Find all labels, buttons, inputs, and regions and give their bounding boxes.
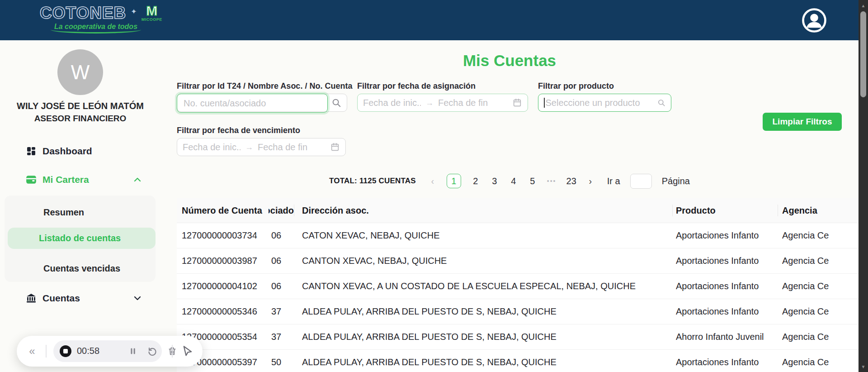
vertical-scrollbar[interactable]: ▲ ▼ [859, 0, 868, 372]
goto-page-input[interactable] [630, 174, 652, 189]
bank-icon [25, 292, 38, 305]
sidebar-item-resumen[interactable]: Resumen [12, 202, 160, 223]
cell-agency: Agencia Ce [778, 256, 845, 266]
user-account-icon[interactable] [802, 8, 827, 33]
sidebar-item-label: Mi Cartera [42, 174, 89, 185]
logo-title: COTONEB [40, 4, 126, 23]
screen-recorder-widget: « 00:58 [17, 336, 203, 367]
cell-address: ALDEA PULAY, ARRIBA DEL PUESTO DE S, NEB… [294, 357, 672, 367]
assign-date-start-placeholder[interactable]: Fecha de inic... [363, 98, 421, 108]
scroll-up-arrow-icon[interactable]: ▲ [859, 2, 868, 9]
due-date-start-placeholder[interactable]: Fecha de inic... [183, 142, 241, 153]
search-input[interactable] [177, 98, 327, 109]
cell-product: Aportaciones Infanto [673, 357, 778, 367]
chevron-up-icon [133, 175, 142, 184]
next-page-icon[interactable]: › [586, 176, 594, 186]
cell-product: Aportaciones Infanto [673, 281, 778, 291]
sidebar-item-cuentas[interactable]: Cuentas [0, 289, 160, 307]
pause-recording-icon[interactable] [127, 345, 139, 357]
page-number-3[interactable]: 3 [490, 176, 499, 186]
pagination-ellipsis[interactable]: ••• [547, 177, 557, 185]
cell-account: 127000000003987 [177, 256, 269, 266]
page-number-5[interactable]: 5 [528, 176, 537, 186]
cell-associate: 06 [269, 230, 294, 241]
avatar: W [57, 49, 103, 95]
calendar-icon [330, 142, 340, 152]
cell-agency: Agencia Ce [778, 306, 845, 317]
user-role: ASESOR FINANCIERO [0, 114, 160, 124]
cell-agency: Agencia Ce [778, 230, 845, 241]
date-range-arrow-icon: → [425, 98, 434, 108]
cell-agency: Agencia Ce [778, 332, 845, 342]
page-number-2[interactable]: 2 [471, 176, 480, 186]
chevron-down-icon [133, 294, 142, 303]
page-number-23[interactable]: 23 [566, 176, 576, 186]
pagination-bar: TOTAL: 1125 CUENTAS ‹ 1 2 3 4 5 ••• 23 ›… [160, 173, 859, 189]
calendar-icon [512, 98, 522, 108]
product-filter-label: Filtrar por producto [538, 81, 614, 91]
restart-recording-icon[interactable] [146, 345, 158, 357]
account-search-field[interactable] [177, 94, 347, 112]
search-icon[interactable] [331, 98, 341, 108]
clear-filters-button[interactable]: Limpiar Filtros [763, 113, 842, 131]
table-row[interactable]: 127000000005346 37 ALDEA PULAY, ARRIBA D… [177, 299, 859, 324]
column-header-numero-de-cuenta[interactable]: Número de Cuenta [177, 205, 269, 216]
sidebar-item-label: Cuentas [42, 293, 80, 304]
due-date-range-picker[interactable]: Fecha de inic... → Fecha de fin [177, 138, 346, 156]
column-header-agencia[interactable]: Agencia [778, 205, 845, 216]
page-title: Mis Cuentas [160, 52, 859, 70]
total-count-label: TOTAL: 1125 CUENTAS [329, 176, 416, 186]
sidebar-item-listado-de-cuentas[interactable]: Listado de cuentas [8, 228, 156, 249]
cell-address: ALDEA PULAY, ARRIBA DEL PUESTO DE S, NEB… [294, 306, 672, 317]
cell-address: CANTON XEVAC, A UN COSTADO DE LA ESCUELA… [294, 281, 672, 291]
assign-date-end-placeholder[interactable]: Fecha de fin [438, 98, 488, 108]
sidebar-item-mi-cartera[interactable]: Mi Cartera [0, 171, 160, 189]
sidebar-item-cuentas-vencidas[interactable]: Cuentas vencidas [12, 258, 160, 279]
table-row[interactable]: 127000000005397 50 ALDEA PULAY, ARRIBA D… [177, 350, 859, 372]
cell-associate: 06 [269, 256, 294, 266]
table-row[interactable]: 127000000005354 37 ALDEA PULAY, ARRIBA D… [177, 324, 859, 350]
assign-date-range-picker[interactable]: Fecha de inic... → Fecha de fin [357, 94, 528, 112]
due-date-filter-label: Filtrar por fecha de vencimiento [177, 126, 300, 135]
stop-recording-button[interactable] [60, 345, 71, 357]
cotoneb-logo: COTONEB ✦ M MICOOPE La cooperativa de to… [40, 4, 162, 33]
prev-page-icon[interactable]: ‹ [429, 176, 437, 186]
cell-associate: 50 [269, 357, 294, 367]
page-number-1[interactable]: 1 [447, 174, 461, 188]
logo-swirl-icon: ✦ [131, 7, 137, 16]
vertical-scrollbar-thumb[interactable] [860, 11, 866, 97]
assign-date-filter-label: Filtrar por fecha de asignación [357, 81, 476, 91]
table-row[interactable]: 127000000004102 06 CANTON XEVAC, A UN CO… [177, 274, 859, 299]
mi-cartera-submenu: Resumen Listado de cuentas Cuentas venci… [5, 196, 156, 282]
recording-timer: 00:58 [77, 346, 99, 356]
scroll-down-arrow-icon[interactable]: ▼ [859, 363, 868, 370]
wallet-icon [25, 173, 38, 186]
cell-product: Aportaciones Infanto [673, 306, 778, 317]
cell-product: Aportaciones Infanto [673, 256, 778, 266]
sidebar: W WILY JOSÉ DE LEÓN MATÓM ASESOR FINANCI… [0, 40, 160, 372]
top-navbar: COTONEB ✦ M MICOOPE La cooperativa de to… [0, 0, 859, 40]
cell-agency: Agencia Ce [778, 357, 845, 367]
collapse-recorder-icon[interactable]: « [25, 345, 39, 358]
dashboard-icon [25, 145, 38, 157]
product-select[interactable]: Seleccione un producto [538, 94, 671, 112]
due-date-end-placeholder[interactable]: Fecha de fin [258, 142, 307, 153]
column-header-asociado[interactable]: Asociado [269, 205, 294, 216]
cell-address: CATON XEVAC, NEBAJ, QUICHE [294, 230, 672, 241]
micoope-label: MICOOPE [142, 17, 162, 22]
micoope-m-icon: M [146, 5, 157, 17]
goto-page-label: Ir a [607, 176, 620, 186]
logo-tagline: La cooperativa de todos [51, 23, 141, 33]
page-number-4[interactable]: 4 [509, 176, 518, 186]
divider [46, 345, 47, 358]
table-row[interactable]: 127000000003987 06 CANTON XEVAC, NEBAJ, … [177, 248, 859, 274]
cursor-mode-icon[interactable] [181, 345, 195, 358]
table-row[interactable]: 127000000003734 06 CATON XEVAC, NEBAJ, Q… [177, 223, 859, 248]
column-header-direccion[interactable]: Dirección asoc. [294, 205, 672, 216]
product-select-placeholder: Seleccione un producto [546, 98, 640, 108]
cell-account: 127000000005346 [177, 306, 269, 317]
sidebar-item-label: Listado de cuentas [39, 233, 121, 243]
accounts-table: Número de Cuenta Asociado Dirección asoc… [177, 198, 859, 372]
sidebar-item-dashboard[interactable]: Dashboard [0, 142, 160, 160]
column-header-producto[interactable]: Producto [673, 205, 778, 216]
